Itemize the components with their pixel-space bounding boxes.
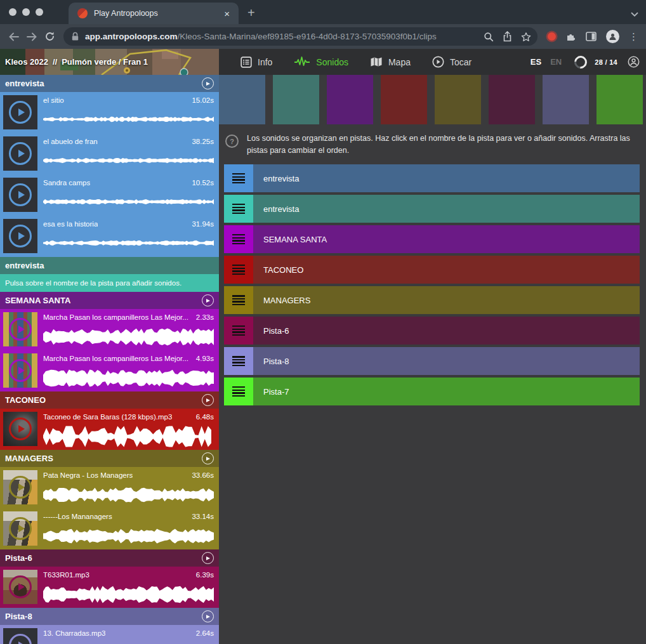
track-header[interactable]: MANAGERS bbox=[0, 450, 219, 467]
share-icon[interactable] bbox=[503, 31, 512, 42]
track-row-label[interactable]: TACONEO bbox=[253, 256, 640, 284]
clip[interactable]: 13. Charradas.mp32.64s bbox=[0, 625, 219, 644]
clip-thumbnail[interactable] bbox=[3, 219, 37, 253]
window-close-button[interactable] bbox=[9, 8, 16, 16]
clip-thumbnail[interactable] bbox=[3, 136, 37, 171]
zoom-icon[interactable] bbox=[484, 32, 494, 42]
track-header[interactable]: entrevista bbox=[0, 257, 219, 274]
track-play-icon[interactable] bbox=[202, 452, 214, 464]
new-tab-button[interactable]: + bbox=[247, 6, 255, 19]
browser-menu-kebab-icon[interactable]: ⋮ bbox=[629, 32, 638, 41]
clip-play-icon[interactable] bbox=[9, 417, 32, 440]
clip-thumbnail[interactable] bbox=[3, 412, 37, 446]
extensions-puzzle-icon[interactable] bbox=[565, 31, 576, 42]
clip-thumbnail[interactable] bbox=[3, 353, 37, 388]
clip-play-icon[interactable] bbox=[9, 575, 32, 598]
track-row[interactable]: SEMANA SANTA bbox=[224, 225, 640, 253]
track-row-label[interactable]: SEMANA SANTA bbox=[253, 225, 640, 253]
address-bar[interactable]: app.antropoloops.com/Kleos-Santa-Marina/… bbox=[63, 27, 537, 46]
side-panel-icon[interactable] bbox=[586, 32, 597, 41]
tab-sonidos[interactable]: Sonidos bbox=[294, 56, 348, 68]
track-row[interactable]: entrevista bbox=[224, 164, 640, 192]
clip[interactable]: Marcha Pasan los campanilleros Las Mejor… bbox=[0, 309, 219, 350]
tab-search-chevron-icon[interactable] bbox=[631, 12, 638, 16]
drag-handle[interactable] bbox=[224, 225, 253, 253]
browser-tab[interactable]: Play Antropoloops × bbox=[69, 3, 239, 24]
clip[interactable]: Marcha Pasan los campanilleros Las Mejor… bbox=[0, 350, 219, 391]
clip-thumbnail[interactable] bbox=[3, 570, 37, 604]
track-row-label[interactable]: MANAGERS bbox=[253, 286, 640, 314]
project-locator[interactable]: Kleos 2022//Pulmón verde / Fran 1 bbox=[0, 49, 219, 75]
track-name: MANAGERS bbox=[5, 454, 202, 463]
track-play-icon[interactable] bbox=[202, 610, 214, 622]
clip[interactable]: el sitio15.02s bbox=[0, 92, 219, 133]
back-icon[interactable] bbox=[5, 28, 23, 46]
track-row-label[interactable]: Pista-8 bbox=[253, 347, 640, 375]
track-row-label[interactable]: entrevista bbox=[253, 195, 640, 223]
clip-play-icon[interactable] bbox=[9, 225, 32, 247]
clip-play-icon[interactable] bbox=[9, 101, 32, 124]
track-row-label[interactable]: Pista-7 bbox=[253, 378, 640, 405]
clip-play-icon[interactable] bbox=[9, 142, 32, 165]
track-header[interactable]: Pista-6 bbox=[0, 549, 219, 567]
drag-handle[interactable] bbox=[224, 164, 253, 192]
forward-icon[interactable] bbox=[23, 28, 41, 46]
track-row-label[interactable]: entrevista bbox=[253, 164, 640, 192]
clip-play-icon[interactable] bbox=[9, 318, 32, 341]
clip[interactable]: esa es la historia31.94s bbox=[0, 216, 219, 257]
tab-close-icon[interactable]: × bbox=[221, 8, 232, 20]
clip-play-icon[interactable] bbox=[9, 634, 32, 644]
clip-thumbnail[interactable] bbox=[3, 95, 37, 129]
window-zoom-button[interactable] bbox=[36, 8, 43, 16]
clip-thumbnail[interactable] bbox=[3, 178, 37, 212]
track-row[interactable]: TACONEO bbox=[224, 256, 640, 284]
drag-handle[interactable] bbox=[224, 195, 253, 223]
bookmark-star-icon[interactable] bbox=[521, 32, 531, 42]
track-row[interactable]: MANAGERS bbox=[224, 286, 640, 314]
drag-handle[interactable] bbox=[224, 256, 253, 284]
drag-handle[interactable] bbox=[224, 286, 253, 314]
track-play-icon[interactable] bbox=[202, 77, 214, 89]
track-play-icon[interactable] bbox=[202, 552, 214, 564]
clip-thumbnail[interactable] bbox=[3, 511, 37, 546]
record-extension-icon[interactable] bbox=[548, 32, 556, 41]
track-header[interactable]: SEMANA SANTA bbox=[0, 292, 219, 309]
clip[interactable]: Taconeo de Sara Baras (128 kbps).mp36.48… bbox=[0, 409, 219, 450]
url-text[interactable]: app.antropoloops.com/Kleos-Santa-Marina/… bbox=[85, 32, 475, 41]
clip[interactable]: T633R01.mp36.39s bbox=[0, 567, 219, 608]
clip-thumbnail[interactable] bbox=[3, 628, 37, 644]
drag-handle[interactable] bbox=[224, 317, 253, 345]
track-header[interactable]: entrevista bbox=[0, 75, 219, 92]
tab-mapa[interactable]: Mapa bbox=[370, 56, 411, 67]
track-row[interactable]: Pista-6 bbox=[224, 317, 640, 345]
clip-thumbnail[interactable] bbox=[3, 312, 37, 346]
lang-es-button[interactable]: ES bbox=[531, 57, 541, 67]
tab-info[interactable]: Info bbox=[241, 56, 272, 68]
account-icon[interactable] bbox=[628, 56, 640, 68]
clip[interactable]: ------Los Mananagers33.14s bbox=[0, 508, 219, 549]
track-play-icon[interactable] bbox=[202, 294, 214, 306]
profile-avatar[interactable] bbox=[606, 30, 619, 43]
track-header[interactable]: TACONEO bbox=[0, 391, 219, 409]
track-row[interactable]: entrevista bbox=[224, 195, 640, 223]
track-row[interactable]: Pista-7 bbox=[224, 378, 640, 405]
lock-icon[interactable] bbox=[71, 32, 79, 41]
track-play-icon[interactable] bbox=[202, 394, 214, 406]
clip-thumbnail[interactable] bbox=[3, 470, 37, 504]
clip[interactable]: el abuelo de fran38.25s bbox=[0, 133, 219, 174]
clip-play-icon[interactable] bbox=[9, 517, 32, 540]
drag-handle[interactable] bbox=[224, 347, 253, 375]
track-header[interactable]: Pista-8 bbox=[0, 608, 219, 625]
drag-handle[interactable] bbox=[224, 378, 253, 405]
track-row[interactable]: Pista-8 bbox=[224, 347, 640, 375]
lang-en-button[interactable]: EN bbox=[550, 57, 562, 67]
track-row-label[interactable]: Pista-6 bbox=[253, 317, 640, 345]
clip-play-icon[interactable] bbox=[9, 183, 32, 206]
clip-play-icon[interactable] bbox=[9, 476, 32, 499]
reload-icon[interactable] bbox=[41, 28, 58, 46]
tab-tocar[interactable]: Tocar bbox=[432, 56, 471, 68]
window-minimize-button[interactable] bbox=[22, 8, 30, 16]
clip[interactable]: Pata Negra - Los Managers33.66s bbox=[0, 467, 219, 508]
clip-play-icon[interactable] bbox=[9, 359, 32, 382]
clip[interactable]: Sandra camps10.52s bbox=[0, 174, 219, 216]
